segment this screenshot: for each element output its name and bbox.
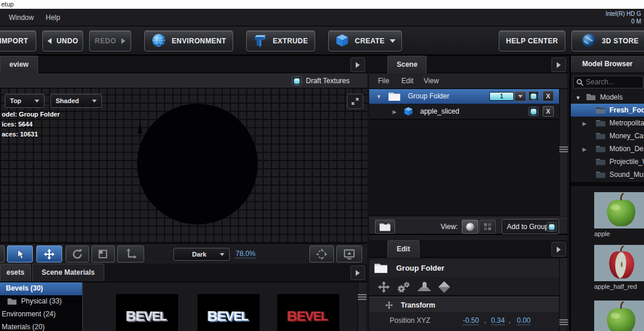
- scrollbar-grip[interactable]: [559, 319, 568, 320]
- group-delete-button[interactable]: X: [543, 91, 554, 101]
- scene-tree-scrollbar[interactable]: [559, 89, 567, 216]
- shading-select[interactable]: Shaded: [50, 94, 102, 108]
- caret-down-icon[interactable]: ▼: [376, 94, 381, 100]
- menu-window[interactable]: Window: [9, 13, 34, 22]
- presets-scrollbar[interactable]: [357, 282, 366, 331]
- rotate-tool-button[interactable]: [66, 245, 89, 262]
- caret-right-icon[interactable]: ▶: [582, 146, 587, 152]
- tab-preview[interactable]: eview: [0, 56, 38, 73]
- redo-button[interactable]: REDO: [89, 30, 131, 52]
- menu-help[interactable]: Help: [46, 13, 60, 22]
- transform-category-icon[interactable]: [377, 280, 391, 296]
- position-xyz-row: Position XYZ -0.50 , 0.34 , 0.00: [369, 313, 559, 327]
- edit-panel-expand-button[interactable]: [551, 242, 566, 257]
- model-thumb-apple-2[interactable]: [594, 301, 644, 331]
- move-tool-button[interactable]: [36, 245, 62, 262]
- object-visibility-checkbox[interactable]: [529, 107, 539, 116]
- tab-scene[interactable]: Scene: [387, 56, 427, 73]
- screen-preview-button[interactable]: [336, 245, 362, 262]
- new-group-button[interactable]: [375, 220, 395, 234]
- model-thumb-apple-half-red[interactable]: [594, 245, 644, 281]
- deform-category-icon[interactable]: [437, 280, 451, 296]
- transform-section-label: Transform: [401, 301, 435, 309]
- extrude-button[interactable]: EXTRUDE: [246, 30, 315, 52]
- scene-menu-view[interactable]: View: [424, 77, 439, 85]
- chevron-down-icon: [35, 100, 39, 103]
- model-folder-fresh-food[interactable]: Fresh_Foo: [571, 104, 644, 117]
- bevel-preset-thumb-2[interactable]: BEVEL: [197, 294, 260, 331]
- tab-scene-materials[interactable]: Scene Materials: [32, 264, 104, 281]
- menubar: Window Help Intel(R) HD G 0 M: [0, 9, 644, 26]
- crosshair-icon: [315, 248, 328, 261]
- scale-tool-button[interactable]: [91, 245, 115, 262]
- view-shaded-button[interactable]: [462, 220, 478, 234]
- presets-panel-expand-button[interactable]: [350, 265, 365, 280]
- category-environment[interactable]: Environment (24): [0, 308, 82, 321]
- scene-menu-edit[interactable]: Edit: [401, 77, 414, 85]
- scene-tabrow: Scene: [369, 56, 567, 73]
- category-bevels[interactable]: Bevels (30): [0, 282, 82, 295]
- transform-section-header[interactable]: Transform: [369, 297, 559, 312]
- viewport-expand-button[interactable]: [347, 94, 363, 109]
- add-to-group-checkbox[interactable]: [547, 222, 557, 231]
- preview-panel-expand-button[interactable]: [350, 57, 365, 72]
- group-count-dropdown[interactable]: [514, 91, 526, 101]
- search-input[interactable]: [586, 78, 640, 86]
- bevel-category-icon[interactable]: [416, 280, 432, 296]
- model-folder-metropolitan[interactable]: ▶ Metropolitan: [571, 117, 644, 129]
- draft-textures-checkbox[interactable]: [292, 76, 302, 86]
- caret-right-icon[interactable]: ▶: [393, 109, 397, 115]
- scene-setup-window: etup Window Help Intel(R) HD G 0 M IMPOR…: [0, 0, 644, 331]
- position-z-value[interactable]: 0.00: [517, 316, 530, 325]
- edit-panel-scrollbar[interactable]: [559, 258, 567, 331]
- caret-down-icon[interactable]: ▼: [575, 95, 581, 101]
- model-search-box[interactable]: [573, 76, 643, 88]
- environment-globe-icon: [151, 33, 166, 50]
- view-angle-select[interactable]: Top: [5, 94, 45, 108]
- position-x-value[interactable]: -0.50: [463, 316, 479, 325]
- 3d-store-button[interactable]: 3D STORE: [571, 30, 644, 52]
- orbit-tool-button[interactable]: [0, 245, 5, 262]
- model-thumb-apple[interactable]: [594, 192, 644, 228]
- create-button[interactable]: CREATE: [328, 30, 402, 52]
- help-center-button[interactable]: HELP CENTER: [499, 30, 565, 52]
- scene-row-apple-sliced[interactable]: ▶ apple_sliced X: [369, 104, 559, 120]
- recenter-view-button[interactable]: [309, 245, 334, 262]
- position-y-value[interactable]: 0.34: [491, 316, 505, 325]
- scene-panel-expand-button[interactable]: [551, 57, 566, 72]
- model-root-row[interactable]: ▼ Models: [571, 91, 644, 104]
- scrollbar-grip[interactable]: [559, 146, 568, 148]
- undo-button[interactable]: UNDO: [42, 30, 83, 52]
- tab-presets[interactable]: esets: [0, 264, 31, 281]
- model-folder-sound-music[interactable]: Sound_Musi: [571, 168, 644, 181]
- environment-button[interactable]: ENVIRONMENT: [144, 30, 233, 52]
- store-globe-icon: [581, 33, 597, 50]
- group-visibility-checkbox[interactable]: [529, 91, 539, 101]
- scrollbar-grip[interactable]: [358, 294, 367, 295]
- apple-half-image: [594, 245, 644, 281]
- object-delete-button[interactable]: X: [543, 106, 554, 117]
- zoom-level-control[interactable]: 78.0%: [236, 250, 255, 258]
- bevel-preset-thumb-3[interactable]: BEVEL: [277, 294, 339, 331]
- import-button[interactable]: IMPORT: [0, 30, 36, 52]
- model-folder-motion-design[interactable]: ▶ Motion_Desi: [571, 142, 644, 155]
- theme-select[interactable]: Dark: [173, 248, 230, 261]
- tab-edit[interactable]: Edit: [387, 240, 420, 258]
- viewport[interactable]: Top Shaded odel: Group Folder ices: 5644…: [0, 88, 367, 243]
- caret-right-icon[interactable]: ▶: [582, 121, 587, 127]
- window-title: etup: [1, 1, 13, 8]
- scene-row-group-folder[interactable]: ▼ Group Folder 1 X: [369, 89, 559, 104]
- select-tool-button[interactable]: [7, 245, 33, 262]
- category-physical[interactable]: Physical (33): [0, 295, 82, 308]
- folder-icon: [7, 298, 17, 305]
- axis-tool-button[interactable]: [117, 245, 144, 262]
- edit-selection-header: Group Folder: [369, 260, 559, 277]
- settings-category-icon[interactable]: [396, 280, 411, 296]
- bevel-preset-thumb-1[interactable]: BEVEL: [116, 294, 178, 331]
- scene-menu-file[interactable]: File: [378, 77, 389, 85]
- category-materials[interactable]: Materials (20): [0, 321, 82, 331]
- model-folder-projectile-weapons[interactable]: Projectile_W: [571, 155, 644, 168]
- view-wireframe-button[interactable]: [479, 220, 496, 234]
- model-folder-money-casino[interactable]: Money_Casi: [571, 129, 644, 142]
- expand-icon: [350, 97, 360, 106]
